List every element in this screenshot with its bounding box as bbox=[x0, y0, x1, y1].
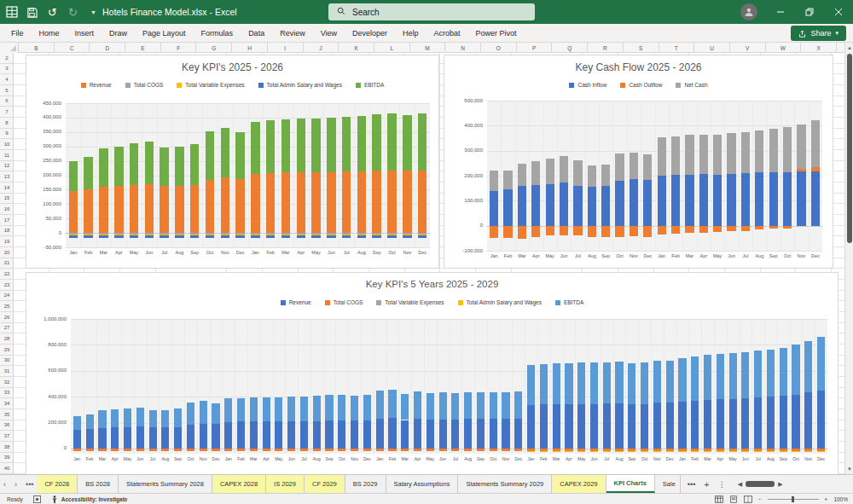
column-header-N[interactable]: N bbox=[445, 43, 481, 53]
sheet-nav-more-icon[interactable]: ••• bbox=[26, 480, 33, 489]
column-header-W[interactable]: W bbox=[766, 43, 802, 53]
sheet-tab-cf-2028[interactable]: CF 2028 bbox=[37, 475, 78, 493]
sheet-tab-sale[interactable]: Sale bbox=[655, 475, 681, 493]
excel-app-icon[interactable] bbox=[5, 6, 18, 19]
scroll-up-icon[interactable]: ▲ bbox=[845, 43, 853, 53]
row-headers[interactable]: 2345678910111213141516171819202122232425… bbox=[0, 53, 14, 474]
row-header-37[interactable]: 37 bbox=[0, 431, 14, 442]
row-header-4[interactable]: 4 bbox=[0, 74, 14, 85]
row-header-9[interactable]: 9 bbox=[0, 129, 14, 140]
column-header-U[interactable]: U bbox=[694, 43, 730, 53]
row-header-23[interactable]: 23 bbox=[0, 280, 14, 291]
sheet-tab-salary-assumptions[interactable]: Salary Assumptions bbox=[386, 475, 459, 493]
row-header-29[interactable]: 29 bbox=[0, 345, 14, 356]
row-header-28[interactable]: 28 bbox=[0, 333, 14, 345]
row-header-21[interactable]: 21 bbox=[0, 258, 14, 269]
row-header-11[interactable]: 11 bbox=[0, 150, 14, 161]
ribbon-tab-help[interactable]: Help bbox=[395, 24, 426, 43]
column-header-L[interactable]: L bbox=[374, 43, 410, 53]
column-header-X[interactable]: X bbox=[801, 43, 837, 53]
row-header-12[interactable]: 12 bbox=[0, 161, 14, 172]
row-header-38[interactable]: 38 bbox=[0, 442, 14, 453]
minimize-button[interactable] bbox=[766, 0, 795, 24]
row-header-36[interactable]: 36 bbox=[0, 420, 14, 432]
column-header-H[interactable]: H bbox=[232, 43, 268, 53]
column-header-T[interactable]: T bbox=[659, 43, 695, 53]
select-all-corner[interactable] bbox=[0, 43, 19, 53]
row-header-24[interactable]: 24 bbox=[0, 291, 14, 302]
zoom-slider-thumb[interactable] bbox=[792, 496, 794, 502]
tab-kebab-icon[interactable]: ⋮ bbox=[718, 480, 726, 489]
hscroll-left-icon[interactable]: ◀ bbox=[738, 481, 742, 488]
row-header-17[interactable]: 17 bbox=[0, 215, 14, 226]
ribbon-tab-home[interactable]: Home bbox=[32, 24, 67, 43]
row-header-27[interactable]: 27 bbox=[0, 323, 14, 334]
ribbon-tab-draw[interactable]: Draw bbox=[102, 24, 135, 43]
row-header-8[interactable]: 8 bbox=[0, 118, 14, 129]
row-header-40[interactable]: 40 bbox=[0, 463, 14, 474]
row-header-33[interactable]: 33 bbox=[0, 388, 14, 399]
row-header-3[interactable]: 3 bbox=[0, 64, 14, 75]
sheet-nav-left-icon[interactable]: ‹ bbox=[3, 480, 6, 489]
column-header-G[interactable]: G bbox=[196, 43, 232, 53]
row-header-19[interactable]: 19 bbox=[0, 236, 14, 247]
row-header-34[interactable]: 34 bbox=[0, 398, 14, 409]
column-header-O[interactable]: O bbox=[481, 43, 517, 53]
ribbon-tab-formulas[interactable]: Formulas bbox=[194, 24, 241, 43]
sheet-tab-is-2029[interactable]: IS 2029 bbox=[266, 475, 305, 493]
ribbon-tab-review[interactable]: Review bbox=[272, 24, 313, 43]
macro-record-icon[interactable] bbox=[33, 495, 41, 503]
accessibility-status[interactable]: Accessibility: Investigate bbox=[51, 495, 128, 503]
sheet-tab-capex-2029[interactable]: CAPEX 2029 bbox=[552, 475, 606, 493]
column-header-D[interactable]: D bbox=[90, 43, 125, 53]
ribbon-tab-acrobat[interactable]: Acrobat bbox=[426, 24, 468, 43]
row-header-13[interactable]: 13 bbox=[0, 171, 14, 182]
zoom-in-icon[interactable]: + bbox=[825, 496, 828, 502]
new-sheet-icon[interactable]: + bbox=[704, 479, 709, 490]
row-header-30[interactable]: 30 bbox=[0, 356, 14, 367]
row-header-31[interactable]: 31 bbox=[0, 366, 14, 377]
vertical-scrollbar[interactable]: ▲ ▼ bbox=[844, 43, 853, 474]
column-header-J[interactable]: J bbox=[304, 43, 339, 53]
row-header-6[interactable]: 6 bbox=[0, 96, 14, 107]
page-layout-view-icon[interactable] bbox=[729, 495, 738, 503]
ribbon-tab-developer[interactable]: Developer bbox=[345, 24, 395, 43]
chart-key-kpis-2025-2026[interactable]: Key KPI's 2025 - 2026RevenueTotal COGSTo… bbox=[26, 55, 439, 269]
column-header-M[interactable]: M bbox=[410, 43, 446, 53]
column-header-K[interactable]: K bbox=[339, 43, 374, 53]
column-headers[interactable]: BCDEFGHIJKLMNOPQRSTUVWX bbox=[0, 43, 844, 53]
row-header-20[interactable]: 20 bbox=[0, 247, 14, 258]
column-header-E[interactable]: E bbox=[125, 43, 161, 53]
row-header-32[interactable]: 32 bbox=[0, 377, 14, 388]
normal-view-icon[interactable] bbox=[715, 495, 723, 503]
column-header-F[interactable]: F bbox=[161, 43, 197, 53]
page-break-view-icon[interactable] bbox=[744, 495, 752, 503]
row-header-5[interactable]: 5 bbox=[0, 85, 14, 96]
row-header-22[interactable]: 22 bbox=[0, 269, 14, 280]
sheet-tab-statements-summary-2028[interactable]: Statements Summary 2028 bbox=[119, 475, 212, 493]
scroll-down-icon[interactable]: ▼ bbox=[845, 464, 853, 474]
row-header-39[interactable]: 39 bbox=[0, 453, 14, 464]
row-header-2[interactable]: 2 bbox=[0, 53, 14, 64]
ribbon-tab-data[interactable]: Data bbox=[241, 24, 272, 43]
zoom-out-icon[interactable]: − bbox=[758, 496, 762, 502]
sheet-tab-statements-summary-2029[interactable]: Statements Summary 2029 bbox=[458, 475, 552, 493]
row-header-15[interactable]: 15 bbox=[0, 194, 14, 205]
hscroll-right-icon[interactable]: ▶ bbox=[778, 481, 782, 488]
column-header-I[interactable]: I bbox=[268, 43, 304, 53]
share-button[interactable]: Share ▾ bbox=[791, 26, 846, 41]
undo-icon[interactable]: ↺ bbox=[46, 6, 59, 19]
zoom-level[interactable]: 100% bbox=[833, 496, 848, 502]
sheet-tab-capex-2028[interactable]: CAPEX 2028 bbox=[212, 475, 266, 493]
row-header-18[interactable]: 18 bbox=[0, 226, 14, 237]
ribbon-tab-power-pivot[interactable]: Power Pivot bbox=[468, 24, 525, 43]
ribbon-tab-page-layout[interactable]: Page Layout bbox=[135, 24, 194, 43]
row-header-25[interactable]: 25 bbox=[0, 301, 14, 312]
row-header-10[interactable]: 10 bbox=[0, 139, 14, 150]
column-header-P[interactable]: P bbox=[517, 43, 553, 53]
ribbon-tab-view[interactable]: View bbox=[313, 24, 345, 43]
column-header-Q[interactable]: Q bbox=[552, 43, 588, 53]
ribbon-tab-insert[interactable]: Insert bbox=[67, 24, 102, 43]
column-header-C[interactable]: C bbox=[55, 43, 90, 53]
restore-button[interactable] bbox=[795, 0, 824, 24]
